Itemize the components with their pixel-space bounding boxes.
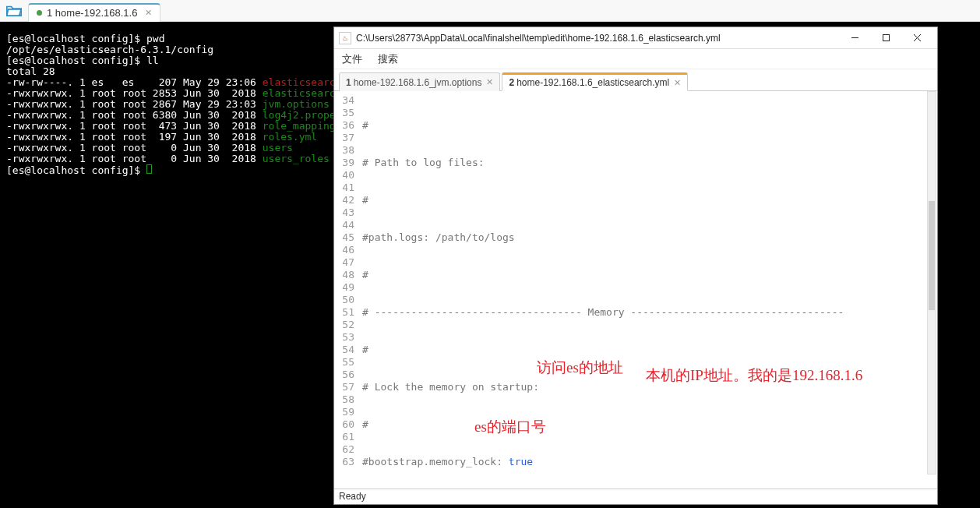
- editor-title: C:\Users\28773\AppData\Local\finalshell\…: [356, 33, 839, 44]
- folder-open-icon[interactable]: [6, 5, 22, 17]
- outer-tab-bar: 1 home-192.168.1.6 ✕: [0, 0, 980, 22]
- close-icon[interactable]: ✕: [674, 78, 681, 88]
- menu-bar: 文件 搜索: [334, 49, 937, 69]
- editor-tab-label: home-192.168.1.6_jvm.options: [354, 77, 482, 88]
- maximize-button[interactable]: [870, 29, 901, 48]
- line-gutter: 3435363738394041424344454647484950515253…: [334, 94, 359, 468]
- editor-tab-label: home-192.168.1.6_elasticsearch.yml: [516, 77, 669, 88]
- close-icon[interactable]: ✕: [486, 77, 493, 87]
- menu-file[interactable]: 文件: [342, 52, 362, 66]
- close-icon[interactable]: ✕: [145, 8, 152, 18]
- editor-tab-bar: 1 home-192.168.1.6_jvm.options✕ 2 home-1…: [334, 69, 937, 91]
- menu-search[interactable]: 搜索: [378, 52, 398, 66]
- code-area[interactable]: 3435363738394041424344454647484950515253…: [334, 91, 937, 489]
- annotation-host-label: 访问es的地址: [537, 358, 623, 378]
- status-dot-icon: [37, 10, 42, 16]
- status-bar: Ready: [334, 489, 937, 504]
- session-tab-label: 1 home-192.168.1.6: [47, 7, 137, 19]
- editor-titlebar[interactable]: ♨ C:\Users\28773\AppData\Local\finalshel…: [334, 27, 937, 49]
- editor-tab-es[interactable]: 2 home-192.168.1.6_elasticsearch.yml✕: [502, 72, 688, 91]
- annotation-ip-note: 本机的IP地址。我的是192.168.1.6: [646, 365, 862, 386]
- vertical-scrollbar[interactable]: [927, 91, 936, 474]
- close-button[interactable]: [901, 29, 932, 48]
- terminal[interactable]: [es@localhost config]$ pwd /opt/es/elast…: [0, 22, 335, 508]
- editor-window: ♨ C:\Users\28773\AppData\Local\finalshel…: [333, 26, 938, 505]
- svg-rect-1: [883, 35, 889, 41]
- annotation-port-label: es的端口号: [474, 417, 546, 437]
- minimize-button[interactable]: [839, 29, 870, 48]
- session-tab[interactable]: 1 home-192.168.1.6 ✕: [28, 3, 160, 22]
- editor-tab-jvm[interactable]: 1 home-192.168.1.6_jvm.options✕: [339, 72, 500, 91]
- code-body[interactable]: # # Path to log files: # #path.logs: /pa…: [362, 94, 926, 489]
- main-area: [es@localhost config]$ pwd /opt/es/elast…: [0, 22, 980, 508]
- scrollbar-thumb[interactable]: [929, 201, 935, 310]
- java-icon: ♨: [339, 32, 351, 44]
